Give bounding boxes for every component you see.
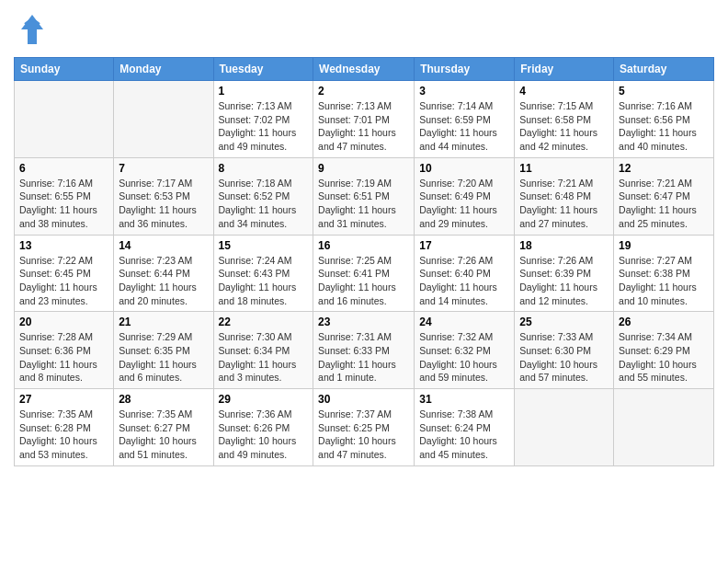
day-number: 5 (619, 85, 709, 98)
calendar-cell: 21Sunrise: 7:29 AM Sunset: 6:35 PM Dayli… (114, 312, 213, 389)
calendar-cell: 11Sunrise: 7:21 AM Sunset: 6:48 PM Dayli… (515, 157, 614, 235)
calendar-cell: 28Sunrise: 7:35 AM Sunset: 6:27 PM Dayli… (114, 389, 213, 466)
day-number: 17 (419, 239, 509, 252)
calendar-body: 1Sunrise: 7:13 AM Sunset: 7:02 PM Daylig… (15, 81, 714, 466)
day-info: Sunrise: 7:35 AM Sunset: 6:27 PM Dayligh… (119, 408, 208, 462)
day-info: Sunrise: 7:13 AM Sunset: 7:02 PM Dayligh… (219, 99, 309, 154)
day-info: Sunrise: 7:32 AM Sunset: 6:32 PM Dayligh… (419, 330, 509, 385)
calendar-cell: 1Sunrise: 7:13 AM Sunset: 7:02 PM Daylig… (213, 81, 313, 158)
day-number: 10 (419, 162, 509, 175)
calendar-cell (614, 389, 714, 466)
day-number: 24 (419, 316, 509, 328)
column-header-monday: Monday (114, 58, 213, 81)
day-number: 25 (519, 316, 609, 328)
day-number: 11 (519, 162, 609, 175)
day-info: Sunrise: 7:23 AM Sunset: 6:44 PM Dayligh… (119, 254, 208, 308)
calendar-cell: 19Sunrise: 7:27 AM Sunset: 6:38 PM Dayli… (614, 235, 714, 312)
day-info: Sunrise: 7:34 AM Sunset: 6:29 PM Dayligh… (619, 330, 709, 385)
day-info: Sunrise: 7:31 AM Sunset: 6:33 PM Dayligh… (318, 330, 409, 385)
calendar-cell: 9Sunrise: 7:19 AM Sunset: 6:51 PM Daylig… (313, 157, 415, 235)
calendar-cell: 22Sunrise: 7:30 AM Sunset: 6:34 PM Dayli… (213, 312, 313, 389)
day-info: Sunrise: 7:25 AM Sunset: 6:41 PM Dayligh… (318, 254, 409, 308)
calendar-cell: 4Sunrise: 7:15 AM Sunset: 6:58 PM Daylig… (515, 81, 614, 158)
column-header-thursday: Thursday (415, 58, 515, 81)
day-number: 20 (19, 316, 108, 328)
day-number: 16 (318, 239, 409, 252)
day-info: Sunrise: 7:26 AM Sunset: 6:39 PM Dayligh… (519, 254, 609, 308)
day-number: 30 (318, 393, 409, 406)
day-number: 7 (119, 162, 208, 175)
day-number: 22 (219, 316, 309, 328)
calendar-cell: 5Sunrise: 7:16 AM Sunset: 6:56 PM Daylig… (614, 81, 714, 158)
calendar-week-3: 13Sunrise: 7:22 AM Sunset: 6:45 PM Dayli… (15, 235, 714, 312)
day-number: 1 (219, 85, 309, 98)
day-info: Sunrise: 7:38 AM Sunset: 6:24 PM Dayligh… (419, 408, 509, 462)
day-number: 23 (318, 316, 409, 328)
day-number: 21 (119, 316, 208, 328)
day-number: 14 (119, 239, 208, 252)
day-number: 19 (619, 239, 709, 252)
calendar-cell (15, 81, 114, 158)
day-info: Sunrise: 7:33 AM Sunset: 6:30 PM Dayligh… (519, 330, 609, 385)
calendar-cell: 30Sunrise: 7:37 AM Sunset: 6:25 PM Dayli… (313, 389, 415, 466)
calendar-cell: 8Sunrise: 7:18 AM Sunset: 6:52 PM Daylig… (213, 157, 313, 235)
day-info: Sunrise: 7:15 AM Sunset: 6:58 PM Dayligh… (519, 99, 609, 154)
column-header-saturday: Saturday (614, 58, 714, 81)
day-number: 3 (419, 85, 509, 98)
day-number: 13 (19, 239, 108, 252)
calendar-cell: 26Sunrise: 7:34 AM Sunset: 6:29 PM Dayli… (614, 312, 714, 389)
day-info: Sunrise: 7:22 AM Sunset: 6:45 PM Dayligh… (19, 254, 108, 308)
day-number: 12 (619, 162, 709, 175)
day-number: 18 (519, 239, 609, 252)
calendar-cell: 7Sunrise: 7:17 AM Sunset: 6:53 PM Daylig… (114, 157, 213, 235)
day-number: 28 (119, 393, 208, 406)
calendar-cell: 15Sunrise: 7:24 AM Sunset: 6:43 PM Dayli… (213, 235, 313, 312)
calendar-cell: 10Sunrise: 7:20 AM Sunset: 6:49 PM Dayli… (415, 157, 515, 235)
day-info: Sunrise: 7:30 AM Sunset: 6:34 PM Dayligh… (219, 330, 309, 385)
day-info: Sunrise: 7:35 AM Sunset: 6:28 PM Dayligh… (19, 408, 108, 462)
day-info: Sunrise: 7:20 AM Sunset: 6:49 PM Dayligh… (419, 177, 509, 231)
column-header-sunday: Sunday (15, 58, 114, 81)
day-info: Sunrise: 7:17 AM Sunset: 6:53 PM Dayligh… (119, 177, 208, 231)
calendar-cell: 13Sunrise: 7:22 AM Sunset: 6:45 PM Dayli… (15, 235, 114, 312)
calendar-cell: 3Sunrise: 7:14 AM Sunset: 6:59 PM Daylig… (415, 81, 515, 158)
calendar-cell: 31Sunrise: 7:38 AM Sunset: 6:24 PM Dayli… (415, 389, 515, 466)
calendar-cell: 17Sunrise: 7:26 AM Sunset: 6:40 PM Dayli… (415, 235, 515, 312)
day-number: 4 (519, 85, 609, 98)
day-info: Sunrise: 7:16 AM Sunset: 6:56 PM Dayligh… (619, 99, 709, 154)
day-info: Sunrise: 7:21 AM Sunset: 6:47 PM Dayligh… (619, 177, 709, 231)
day-number: 15 (219, 239, 309, 252)
day-info: Sunrise: 7:19 AM Sunset: 6:51 PM Dayligh… (318, 177, 409, 231)
logo-icon (14, 9, 51, 50)
calendar-cell: 14Sunrise: 7:23 AM Sunset: 6:44 PM Dayli… (114, 235, 213, 312)
day-info: Sunrise: 7:29 AM Sunset: 6:35 PM Dayligh… (119, 330, 208, 385)
calendar-week-5: 27Sunrise: 7:35 AM Sunset: 6:28 PM Dayli… (15, 389, 714, 466)
day-info: Sunrise: 7:28 AM Sunset: 6:36 PM Dayligh… (19, 330, 108, 385)
day-info: Sunrise: 7:21 AM Sunset: 6:48 PM Dayligh… (519, 177, 609, 231)
calendar-week-4: 20Sunrise: 7:28 AM Sunset: 6:36 PM Dayli… (15, 312, 714, 389)
calendar-cell: 6Sunrise: 7:16 AM Sunset: 6:55 PM Daylig… (15, 157, 114, 235)
logo (14, 9, 54, 50)
day-number: 31 (419, 393, 509, 406)
calendar-cell: 20Sunrise: 7:28 AM Sunset: 6:36 PM Dayli… (15, 312, 114, 389)
day-number: 9 (318, 162, 409, 175)
day-number: 27 (19, 393, 108, 406)
column-header-tuesday: Tuesday (213, 58, 313, 81)
calendar-cell: 18Sunrise: 7:26 AM Sunset: 6:39 PM Dayli… (515, 235, 614, 312)
calendar-cell: 23Sunrise: 7:31 AM Sunset: 6:33 PM Dayli… (313, 312, 415, 389)
day-number: 6 (19, 162, 108, 175)
day-number: 8 (219, 162, 309, 175)
calendar-cell: 24Sunrise: 7:32 AM Sunset: 6:32 PM Dayli… (415, 312, 515, 389)
calendar-cell (515, 389, 614, 466)
day-info: Sunrise: 7:14 AM Sunset: 6:59 PM Dayligh… (419, 99, 509, 154)
day-info: Sunrise: 7:36 AM Sunset: 6:26 PM Dayligh… (219, 408, 309, 462)
day-info: Sunrise: 7:24 AM Sunset: 6:43 PM Dayligh… (219, 254, 309, 308)
day-info: Sunrise: 7:37 AM Sunset: 6:25 PM Dayligh… (318, 408, 409, 462)
calendar-table: SundayMondayTuesdayWednesdayThursdayFrid… (14, 57, 714, 466)
calendar-cell: 29Sunrise: 7:36 AM Sunset: 6:26 PM Dayli… (213, 389, 313, 466)
calendar-header-row: SundayMondayTuesdayWednesdayThursdayFrid… (15, 58, 714, 81)
day-info: Sunrise: 7:13 AM Sunset: 7:01 PM Dayligh… (318, 99, 409, 154)
column-header-friday: Friday (515, 58, 614, 81)
day-info: Sunrise: 7:16 AM Sunset: 6:55 PM Dayligh… (19, 177, 108, 231)
day-number: 29 (219, 393, 309, 406)
